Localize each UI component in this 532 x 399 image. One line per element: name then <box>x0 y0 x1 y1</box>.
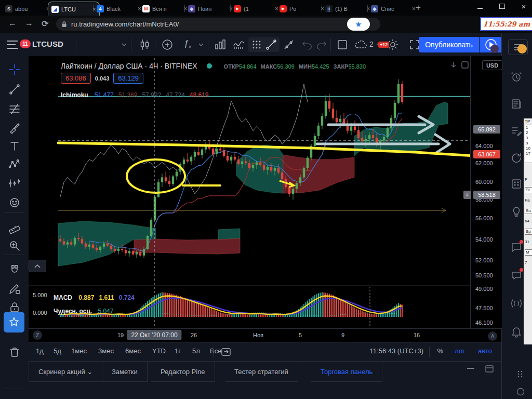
collapse-pane-button[interactable] <box>29 260 46 272</box>
browser-tab-4[interactable]: MВся п× <box>139 2 190 16</box>
panel-tab-Торговая панель[interactable]: Торговая панель <box>311 362 382 382</box>
sidebar-keypad-icon[interactable] <box>510 178 525 192</box>
range-Все[interactable]: Все <box>210 347 221 355</box>
range-YTD[interactable]: YTD <box>152 347 166 355</box>
ichimoku-legend[interactable]: Ichimoku 51.47751.36957.99247.72448.619 <box>61 91 209 99</box>
dialog-list-item[interactable]: 1 <box>526 125 532 130</box>
sidebar-calendar-edit-icon[interactable] <box>510 125 525 139</box>
sidebar-message-icon[interactable] <box>510 269 525 284</box>
sidebar-bulb-icon[interactable] <box>510 206 525 220</box>
interval-chevron-icon[interactable] <box>122 43 127 47</box>
maximize-button[interactable] <box>497 3 507 10</box>
tool-pencil-lock-icon[interactable] <box>7 282 22 296</box>
browser-tab-2[interactable]: ◢LTCU× <box>48 2 100 16</box>
range-1мес[interactable]: 1мес <box>71 347 87 355</box>
cloud-save-icon[interactable] <box>354 39 368 50</box>
range-1г[interactable]: 1г <box>175 347 181 355</box>
dialog-list-item[interactable]: 17 <box>526 151 532 156</box>
percent-toggle[interactable]: % <box>437 347 443 355</box>
chart-area[interactable]: Лайткоин / Доллар США · 4Ч · BITFINEX ОТ… <box>29 56 470 328</box>
go-to-date-icon[interactable] <box>221 347 231 356</box>
more-dots-icon[interactable] <box>516 370 525 378</box>
dialog-field[interactable]: Fa <box>525 198 532 203</box>
browser-tab-6[interactable]: ▶(1× <box>231 2 282 16</box>
sidebar-bell-icon[interactable] <box>510 325 525 340</box>
minimize-button[interactable] <box>475 3 485 10</box>
log-toggle[interactable]: лог <box>455 347 465 355</box>
tool-forecast-icon[interactable] <box>7 176 22 191</box>
tool-ruler-icon[interactable] <box>7 220 22 235</box>
profile-avatar[interactable] <box>490 45 499 53</box>
tab-close-icon[interactable]: × <box>412 5 416 12</box>
macd-legend[interactable]: MACD 0.8871.6110.724 <box>54 294 135 301</box>
tool-trash-icon[interactable] <box>7 345 22 360</box>
indicators-button[interactable]: ƒ× <box>184 39 191 49</box>
range-5д[interactable]: 5д <box>54 347 61 355</box>
compare-icon[interactable] <box>161 38 174 51</box>
dialog-field[interactable]: M <box>525 249 532 256</box>
ao-legend[interactable]: Чудесн. осц. 5.047 <box>54 308 113 315</box>
favorites-drawing-button[interactable] <box>4 312 24 332</box>
ask-price[interactable]: 63.129 <box>113 73 143 84</box>
tool-fib-icon[interactable] <box>7 102 22 116</box>
panel-minimize-icon[interactable] <box>467 368 474 369</box>
dialog-field[interactable]: Sp <box>525 229 532 235</box>
maximize-pane-icon[interactable] <box>461 61 469 69</box>
browser-tab-3[interactable]: 4Black× <box>94 2 144 16</box>
time-axis[interactable]: Z A 1926Ноя591622 Окт '20 07:00 <box>29 328 501 342</box>
dialog-field[interactable]: Su <box>525 208 532 214</box>
back-icon[interactable]: ← <box>8 19 17 28</box>
bid-price[interactable]: 63.086 <box>61 73 91 84</box>
panel-restore-icon[interactable] <box>485 365 494 373</box>
range-5л[interactable]: 5л <box>192 347 200 355</box>
panel-tab-Скринер акций[interactable]: Скринер акций ⌄ <box>29 362 102 382</box>
tool-pattern-icon[interactable] <box>7 157 22 172</box>
panel-tab-Заметки[interactable]: Заметки <box>102 362 148 382</box>
external-dialog-sliver[interactable]: TP12391017FStFaSu64Sp31M7 <box>523 118 532 344</box>
panel-tab-Тестер стратегий[interactable]: Тестер стратегий <box>225 362 298 382</box>
sidebar-refresh-icon[interactable] <box>510 152 525 166</box>
tool-zoom-icon[interactable] <box>7 238 22 253</box>
dialog-list-item[interactable]: 10 <box>526 146 532 151</box>
help-circle-icon[interactable] <box>516 388 525 396</box>
tool-text-icon[interactable] <box>7 139 22 153</box>
price-axis[interactable]: USD 64.00062.00060.00058.00056.00054.000… <box>470 56 502 328</box>
tool-magnet-icon[interactable] <box>7 263 22 277</box>
forward-icon[interactable]: → <box>25 19 33 28</box>
add-alert-plus-button[interactable]: + <box>463 191 471 199</box>
browser-tab-5[interactable]: ◆Поин× <box>185 2 236 16</box>
scroll-to-recent-icon[interactable] <box>449 61 458 69</box>
reload-icon[interactable]: ⟳ <box>42 19 48 29</box>
sidebar-news-icon[interactable] <box>510 98 525 112</box>
redo-icon[interactable] <box>316 39 327 50</box>
indicators-chevron-icon[interactable] <box>198 43 204 47</box>
range-1д[interactable]: 1д <box>36 347 44 355</box>
dialog-field[interactable]: St <box>525 187 532 193</box>
layout-rect-icon[interactable] <box>337 39 348 50</box>
dialog-list-item[interactable]: 9 <box>526 141 532 146</box>
new-tab-button[interactable]: + <box>416 3 421 13</box>
symbol-title[interactable]: Лайткоин / Доллар США · 4Ч · BITFINEX <box>61 62 197 70</box>
ray-tool-icon[interactable] <box>283 38 295 51</box>
url-bar[interactable]: ru.tradingview.com/chart/mNctrEA0/ <box>56 18 380 31</box>
dialog-list-item[interactable]: 3 <box>526 136 532 141</box>
candle-style-icon[interactable] <box>138 38 151 51</box>
clock-label[interactable]: 11:56:43 (UTC+3) <box>370 347 423 355</box>
symbol-button[interactable]: LTCUSD <box>32 39 63 48</box>
browser-tab-8[interactable]: ⣿(1) В× <box>322 2 373 16</box>
tool-trendline-icon[interactable] <box>7 82 22 97</box>
dialog-list-item[interactable]: 2 <box>526 130 532 136</box>
sidebar-stream-icon[interactable] <box>510 297 525 312</box>
templates-icon[interactable] <box>214 38 227 51</box>
dialog-field[interactable]: 7 <box>525 260 532 265</box>
range-6мес[interactable]: 6мес <box>125 347 141 355</box>
adjust-button[interactable]: A <box>488 331 497 341</box>
range-3мес[interactable]: 3мес <box>98 347 114 355</box>
alert-wave-icon[interactable] <box>233 38 245 51</box>
sidebar-alarm-icon[interactable] <box>510 71 525 85</box>
tool-crosshair-icon[interactable] <box>7 62 22 77</box>
dialog-field[interactable]: 64 <box>525 219 532 224</box>
close-button[interactable]: × <box>518 2 529 11</box>
undo-icon[interactable] <box>301 39 313 50</box>
dialog-field[interactable]: 31 <box>525 240 532 245</box>
